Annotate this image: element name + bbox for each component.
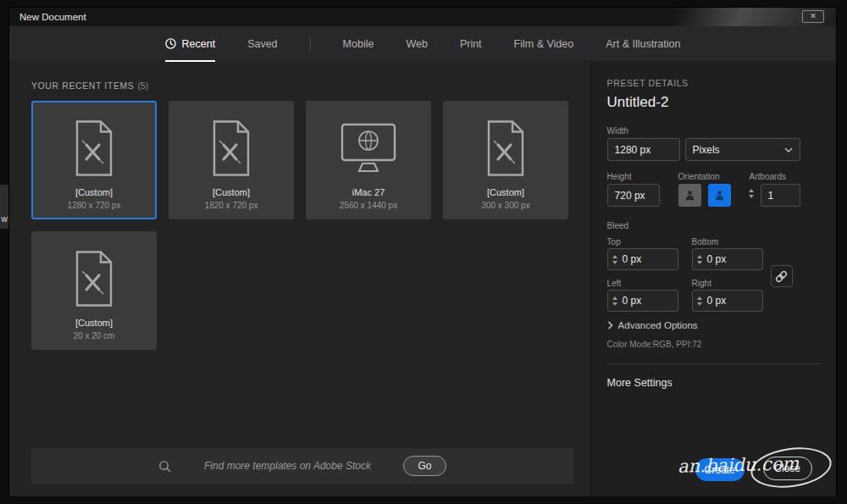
artboards-value: 1 <box>768 190 774 202</box>
window-close-button[interactable]: ✕ <box>802 10 824 23</box>
template-card[interactable]: [Custom]300 x 300 px <box>443 101 568 219</box>
tab-label: Recent <box>182 38 216 50</box>
artboards-label: Artboards <box>750 172 786 181</box>
orientation-landscape-button[interactable] <box>708 184 731 207</box>
template-card[interactable]: [Custom]20 x 20 cm <box>31 231 157 350</box>
chevron-right-icon <box>607 321 613 330</box>
landscape-icon <box>713 189 726 202</box>
tab-bar: RecentSavedMobileWebPrintFilm & VideoArt… <box>9 26 836 62</box>
bleed-top-value: 0 px <box>623 253 642 265</box>
recent-items-grid: [Custom]1280 x 720 px[Custom]1820 x 720 … <box>31 101 580 350</box>
monitor-icon <box>340 102 396 186</box>
bleed-bottom-stepper[interactable] <box>697 255 702 264</box>
document-name-field[interactable]: Untitled-2 <box>607 94 669 111</box>
orientation-portrait-button[interactable] <box>678 184 701 207</box>
tab-label: Saved <box>247 38 277 50</box>
preset-details-panel: PRESET DETAILS Untitled-2 Width 1280 px … <box>590 62 836 496</box>
bleed-bottom-label: Bottom <box>692 237 719 246</box>
recent-items-count: (5) <box>137 80 148 91</box>
bleed-link-button[interactable] <box>771 265 793 287</box>
bleed-label: Bleed <box>607 221 629 230</box>
adobe-stock-search-bar: Go <box>31 448 573 484</box>
card-name: iMac 27 <box>352 187 385 197</box>
dialog-content: YOUR RECENT ITEMS(5) [Custom]1280 x 720 … <box>9 62 836 496</box>
units-value: Pixels <box>693 144 720 156</box>
clock-icon <box>165 38 176 49</box>
preset-details-heading: PRESET DETAILS <box>607 78 689 88</box>
card-name: [Custom] <box>75 318 113 328</box>
tab-label: Film & Video <box>514 38 574 50</box>
card-size: 1280 x 720 px <box>68 201 121 210</box>
link-icon <box>775 270 788 283</box>
tab-mobile[interactable]: Mobile <box>343 26 374 62</box>
recent-items-heading-text: YOUR RECENT ITEMS <box>31 80 134 91</box>
bleed-top-field[interactable]: 0 px <box>607 248 678 270</box>
background-app-sliver: w <box>0 185 8 229</box>
template-card[interactable]: [Custom]1820 x 720 px <box>169 101 294 219</box>
recent-area: YOUR RECENT ITEMS(5) [Custom]1280 x 720 … <box>9 62 590 496</box>
advanced-options-label: Advanced Options <box>618 320 698 330</box>
artboards-field[interactable]: 1 <box>761 184 800 207</box>
tab-web[interactable]: Web <box>406 26 427 62</box>
bleed-right-field[interactable]: 0 px <box>692 290 763 312</box>
card-size: 1820 x 720 px <box>205 201 258 210</box>
card-size: 20 x 20 cm <box>74 331 115 341</box>
tab-recent[interactable]: Recent <box>165 26 216 62</box>
chevron-down-icon <box>784 147 793 152</box>
card-size: 2560 x 1440 px <box>340 201 397 210</box>
screen: w New Document ✕ RecentSavedMobileWebPri… <box>0 0 847 504</box>
width-field[interactable]: 1280 px <box>607 138 680 161</box>
bleed-bottom-value: 0 px <box>707 253 727 265</box>
tab-art-illustration[interactable]: Art & Illustration <box>606 26 680 62</box>
bleed-right-value: 0 px <box>707 295 727 307</box>
height-label: Height <box>607 172 632 181</box>
template-card[interactable]: iMac 272560 x 1440 px <box>306 101 431 219</box>
window-title: New Document <box>19 12 86 22</box>
width-value: 1280 px <box>615 144 651 156</box>
artboards-stepper[interactable] <box>749 189 754 198</box>
close-button[interactable]: Close <box>763 457 812 480</box>
tab-label: Art & Illustration <box>606 38 680 50</box>
tab-print[interactable]: Print <box>460 26 482 62</box>
stock-search-input[interactable] <box>181 460 393 472</box>
search-icon <box>158 460 171 473</box>
card-name: [Custom] <box>213 187 250 197</box>
width-label: Width <box>607 126 629 136</box>
go-button[interactable]: Go <box>403 456 446 476</box>
bleed-left-stepper[interactable] <box>612 296 617 306</box>
card-size: 300 x 300 px <box>481 201 529 210</box>
bleed-left-label: Left <box>607 279 622 288</box>
bleed-right-stepper[interactable] <box>697 296 702 306</box>
portrait-icon <box>684 189 696 202</box>
bleed-bottom-field[interactable]: 0 px <box>692 248 763 270</box>
card-name: [Custom] <box>75 187 113 197</box>
advanced-options-toggle[interactable]: Advanced Options <box>607 320 698 330</box>
card-name: [Custom] <box>487 187 524 197</box>
color-mode-text: Color Mode:RGB, PPI:72 <box>607 340 702 349</box>
orientation-label: Orientation <box>678 172 720 181</box>
document-icon <box>71 102 117 186</box>
bleed-top-stepper[interactable] <box>612 255 617 264</box>
background-sliver-text: w <box>1 214 7 224</box>
document-icon <box>208 102 254 186</box>
tab-label: Web <box>406 38 427 50</box>
document-icon <box>483 102 529 186</box>
recent-items-heading: YOUR RECENT ITEMS(5) <box>31 80 148 91</box>
tab-divider <box>310 37 311 51</box>
height-field[interactable]: 720 px <box>607 184 660 207</box>
tab-label: Mobile <box>343 38 374 50</box>
units-dropdown[interactable]: Pixels <box>685 138 800 161</box>
tab-film-video[interactable]: Film & Video <box>514 26 574 62</box>
new-document-dialog: New Document ✕ RecentSavedMobileWebPrint… <box>8 7 837 496</box>
bleed-left-field[interactable]: 0 px <box>607 290 678 312</box>
panel-divider <box>607 363 820 364</box>
bleed-top-label: Top <box>607 237 621 246</box>
template-card[interactable]: [Custom]1280 x 720 px <box>31 101 157 219</box>
height-value: 720 px <box>615 190 645 202</box>
tab-saved[interactable]: Saved <box>247 26 277 62</box>
tab-label: Print <box>460 38 482 50</box>
create-button[interactable]: Create <box>695 458 745 481</box>
title-bar: New Document ✕ <box>9 8 836 26</box>
more-settings-button[interactable]: More Settings <box>607 377 673 389</box>
bleed-left-value: 0 px <box>623 295 642 307</box>
